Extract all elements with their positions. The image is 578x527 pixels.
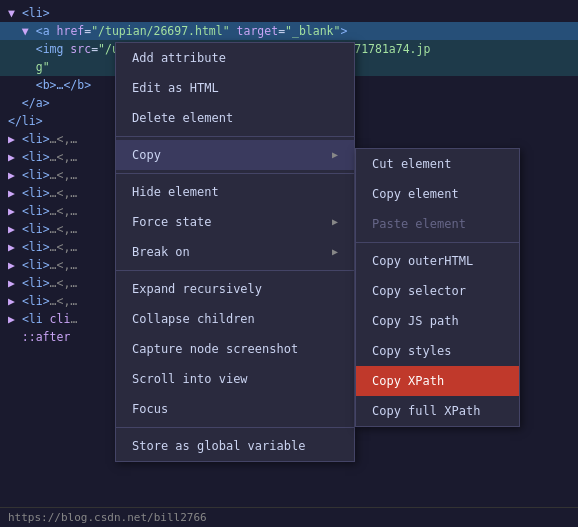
menu-item-capture-node-screenshot[interactable]: Capture node screenshot xyxy=(116,334,354,364)
menu-separator xyxy=(116,173,354,174)
code-line: ▼ <li> xyxy=(0,4,578,22)
menu-item-copy-outerhtml[interactable]: Copy outerHTML xyxy=(356,246,519,276)
submenu-arrow-icon: ▶ xyxy=(332,242,338,262)
menu-item-focus[interactable]: Focus xyxy=(116,394,354,424)
menu-item-paste-element[interactable]: Paste element xyxy=(356,209,519,239)
menu-item-cut-element[interactable]: Cut element xyxy=(356,149,519,179)
menu-separator xyxy=(116,427,354,428)
menu-item-expand-recursively[interactable]: Expand recursively xyxy=(116,274,354,304)
attr-name: target xyxy=(237,24,279,38)
menu-item-collapse-children[interactable]: Collapse children xyxy=(116,304,354,334)
primary-context-menu: Add attribute Edit as HTML Delete elemen… xyxy=(115,42,355,462)
menu-item-copy-styles[interactable]: Copy styles xyxy=(356,336,519,366)
tag: <li> xyxy=(22,6,50,20)
tag: </a> xyxy=(22,96,50,110)
copy-submenu: Cut element Copy element Paste element C… xyxy=(355,148,520,427)
menu-item-copy-js-path[interactable]: Copy JS path xyxy=(356,306,519,336)
menu-item-copy-element[interactable]: Copy element xyxy=(356,179,519,209)
expand-arrow: ▼ xyxy=(8,6,15,20)
attr-name: src xyxy=(70,42,91,56)
submenu-arrow-icon: ▶ xyxy=(332,212,338,232)
tag: <img xyxy=(36,42,64,56)
menu-item-copy[interactable]: Copy ▶ xyxy=(116,140,354,170)
menu-item-copy-selector[interactable]: Copy selector xyxy=(356,276,519,306)
status-bar: https://blog.csdn.net/bill2766 xyxy=(0,507,578,527)
tag: <b>…</b> xyxy=(36,78,91,92)
status-url: https://blog.csdn.net/bill2766 xyxy=(8,511,207,524)
tag: <a xyxy=(36,24,50,38)
expand-arrow: ▼ xyxy=(22,24,29,38)
menu-item-add-attribute[interactable]: Add attribute xyxy=(116,43,354,73)
menu-item-delete-element[interactable]: Delete element xyxy=(116,103,354,133)
menu-item-store-as-global[interactable]: Store as global variable xyxy=(116,431,354,461)
code-panel: ▼ <li> ▼ <a href="/tupian/26697.html" ta… xyxy=(0,0,578,527)
menu-item-break-on[interactable]: Break on ▶ xyxy=(116,237,354,267)
attr-val: "/tupian/26697.html" xyxy=(91,24,229,38)
menu-item-force-state[interactable]: Force state ▶ xyxy=(116,207,354,237)
menu-item-hide-element[interactable]: Hide element xyxy=(116,177,354,207)
attr-val: g" xyxy=(36,60,50,74)
menu-item-copy-full-xpath[interactable]: Copy full XPath xyxy=(356,396,519,426)
attr-name: href xyxy=(57,24,85,38)
tag: </li> xyxy=(8,114,43,128)
menu-separator xyxy=(356,242,519,243)
submenu-arrow-icon: ▶ xyxy=(332,145,338,165)
menu-item-copy-xpath[interactable]: Copy XPath xyxy=(356,366,519,396)
menu-separator xyxy=(116,270,354,271)
menu-item-edit-as-html[interactable]: Edit as HTML xyxy=(116,73,354,103)
menu-separator xyxy=(116,136,354,137)
code-line: ▼ <a href="/tupian/26697.html" target="_… xyxy=(0,22,578,40)
menu-item-scroll-into-view[interactable]: Scroll into view xyxy=(116,364,354,394)
attr-val: "_blank" xyxy=(285,24,340,38)
